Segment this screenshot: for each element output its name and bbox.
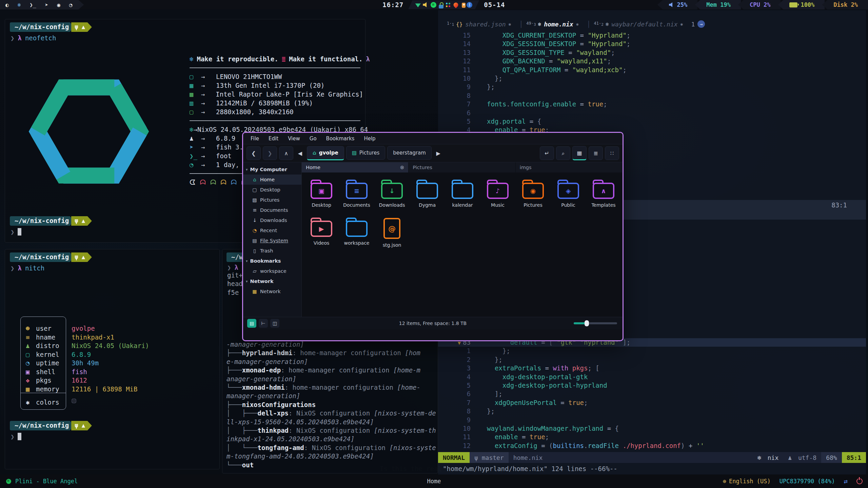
tab-close-icon[interactable]: ⊗ bbox=[400, 164, 405, 170]
buffer-home-nix[interactable]: 49·3❄home.nix✱ bbox=[526, 21, 583, 28]
git-branch-badge: ψ ▲ bbox=[71, 216, 92, 226]
terminal-nitch[interactable]: ~/w/nix-configψ ▲ ❯λnitch ☻usergvolpe≡hn… bbox=[5, 249, 220, 469]
menu-go[interactable]: Go bbox=[305, 134, 321, 143]
prompt-chevron: ❯ bbox=[11, 433, 14, 440]
now-playing-widget[interactable]: Plini - Blue Angel bbox=[6, 478, 78, 485]
sidebar-item-trash[interactable]: ▯Trash bbox=[243, 246, 301, 256]
flame-tray-icon[interactable] bbox=[453, 1, 459, 8]
volume-tray-icon[interactable] bbox=[423, 2, 429, 8]
token: ; bbox=[611, 49, 615, 56]
scroll-crumbs-right-button[interactable]: ▶ bbox=[434, 147, 443, 160]
places-pane-button[interactable]: ▤ bbox=[247, 319, 256, 328]
file-item-pictures[interactable]: ◉Pictures bbox=[515, 178, 551, 216]
spotify-tray-icon[interactable] bbox=[431, 2, 436, 8]
breadcrumb-beerstagram[interactable]: beerstagram bbox=[387, 146, 432, 160]
slider-knob[interactable] bbox=[585, 320, 589, 326]
back-button[interactable]: ❮ bbox=[246, 146, 261, 160]
file-item-kalendar[interactable]: kalendar bbox=[445, 178, 480, 216]
firefox-workspace-icon[interactable]: ◐ bbox=[5, 2, 9, 8]
file-item-downloads[interactable]: ↓Downloads bbox=[374, 178, 410, 216]
lock-tray-icon[interactable] bbox=[439, 5, 443, 8]
sidebar-item-documents[interactable]: ≡Documents bbox=[243, 205, 301, 215]
sidebar-item-pictures[interactable]: ▨Pictures bbox=[243, 195, 301, 205]
scroll-crumbs-left-button[interactable]: ◀ bbox=[295, 147, 305, 160]
code-line: 9 bbox=[438, 416, 866, 424]
tree-pane-button[interactable]: ⊢ bbox=[259, 319, 268, 328]
breadcrumb: ⌂gvolpe▨Picturesbeerstagram bbox=[307, 146, 432, 160]
file-label: Templates bbox=[591, 202, 615, 208]
goto-path-button[interactable]: ↵ bbox=[540, 146, 554, 160]
slack-tray-icon[interactable] bbox=[445, 2, 451, 8]
file-item-templates[interactable]: ∧Templates bbox=[586, 178, 621, 216]
token bbox=[619, 442, 623, 449]
up-button[interactable]: ∧ bbox=[279, 146, 293, 160]
sidebar-item-workspace[interactable]: ▱workspace bbox=[243, 266, 301, 276]
swap-layout-icon[interactable]: ⇄ bbox=[844, 477, 848, 485]
nix-workspace-icon[interactable]: ❄ bbox=[18, 2, 21, 8]
menu-file[interactable]: File bbox=[246, 134, 263, 143]
fetch-row-text: 6.8.9 bbox=[216, 134, 235, 143]
file-item-public[interactable]: ◈Public bbox=[551, 178, 586, 216]
shell-prompt: ~/w/nix-configψ ▲ bbox=[10, 216, 92, 226]
active-workspace-label[interactable]: Home bbox=[427, 478, 441, 485]
usb-tray-icon[interactable] bbox=[462, 3, 466, 8]
icon-view-button[interactable]: ▦ bbox=[572, 146, 587, 160]
sidebar-item-desktop[interactable]: ▢Desktop bbox=[243, 185, 301, 195]
file-item-stg.json[interactable]: @stg.json bbox=[374, 216, 410, 254]
workspace-pill: ◐❄❯_➤◉◔ bbox=[0, 0, 84, 9]
menu-help[interactable]: Help bbox=[360, 134, 379, 143]
token: "wayland" bbox=[576, 49, 611, 56]
module-label: 100% bbox=[801, 1, 814, 8]
file-item-music[interactable]: ♪Music bbox=[480, 178, 515, 216]
detailed-list-view-button[interactable]: ≣ bbox=[589, 146, 603, 160]
compact-view-button[interactable]: ∷ bbox=[605, 146, 619, 160]
icon-size-slider[interactable] bbox=[574, 322, 617, 324]
buffer-waybar-default-nix[interactable]: 41·2❄waybar/default.nix✱ bbox=[594, 21, 688, 28]
token: xdgOpenUsePortal bbox=[495, 399, 557, 406]
token bbox=[487, 66, 502, 74]
bluetooth-tray-icon[interactable] bbox=[467, 2, 472, 8]
tree-token: [home- bbox=[397, 384, 420, 391]
keyboard-layout-widget[interactable]: ⊕English (US) bbox=[723, 478, 771, 485]
split-view-button[interactable]: ◫ bbox=[270, 319, 279, 328]
nitch-label: shell bbox=[36, 368, 55, 375]
sidebar-section-bookmarks[interactable]: ▾Bookmarks bbox=[243, 256, 301, 266]
tab-home[interactable]: Home⊗ bbox=[302, 162, 409, 172]
terminal-workspace-icon[interactable]: ❯_ bbox=[29, 2, 36, 8]
file-item-workspace[interactable]: workspace bbox=[339, 216, 374, 254]
tab-pictures[interactable]: Pictures bbox=[409, 162, 515, 172]
buffer-shared-json[interactable]: 1·1{}shared.json✱ bbox=[447, 21, 516, 28]
menu-view[interactable]: View bbox=[284, 134, 304, 143]
tree-token: dell-xps bbox=[258, 409, 289, 417]
sidebar-item-home[interactable]: ⌂Home bbox=[243, 175, 301, 185]
tab-imgs[interactable]: imgs bbox=[516, 162, 623, 172]
buffer-nav-icon[interactable]: → bbox=[697, 20, 705, 28]
file-item-desktop[interactable]: ▣Desktop bbox=[304, 178, 339, 216]
file-item-documents[interactable]: ≡Documents bbox=[339, 178, 374, 216]
file-item-videos[interactable]: ▶Videos bbox=[304, 216, 339, 254]
sidebar-section-my-computer[interactable]: ▾My Computer bbox=[243, 164, 301, 175]
sidebar-section-network[interactable]: ▾Network bbox=[243, 276, 301, 286]
telegram-workspace-icon[interactable]: ➤ bbox=[45, 2, 48, 8]
wifi-network-widget[interactable]: UPC8379790 (84%) bbox=[780, 478, 835, 485]
search-button[interactable]: ⌕ bbox=[556, 146, 570, 160]
fingerprint-workspace-icon[interactable]: ◉ bbox=[57, 2, 60, 8]
token bbox=[487, 373, 502, 381]
sidebar-item-downloads[interactable]: ↓Downloads bbox=[243, 215, 301, 225]
breadcrumb-Pictures[interactable]: ▨Pictures bbox=[346, 146, 386, 160]
power-button[interactable] bbox=[856, 478, 863, 484]
file-item-dygma[interactable]: Dygma bbox=[410, 178, 445, 216]
sidebar-item-recent[interactable]: ◔Recent bbox=[243, 225, 301, 236]
line-number: 12 bbox=[438, 57, 471, 65]
code-line: 6 ]; bbox=[438, 390, 866, 398]
breadcrumb-gvolpe[interactable]: ⌂gvolpe bbox=[307, 146, 344, 160]
menu-bookmarks[interactable]: Bookmarks bbox=[322, 134, 359, 143]
sidebar-item-file-system[interactable]: ▤File System bbox=[243, 236, 301, 246]
file-manager-window[interactable]: FileEditViewGoBookmarksHelp ❮ ❯ ∧ ◀ ⌂gvo… bbox=[242, 132, 624, 341]
speaker-icon bbox=[669, 2, 674, 7]
menu-edit[interactable]: Edit bbox=[264, 134, 282, 143]
gauge-workspace-icon[interactable]: ◔ bbox=[69, 2, 73, 8]
wifi-tray-icon[interactable] bbox=[415, 2, 421, 8]
sidebar-item-network[interactable]: ▦Network bbox=[243, 286, 301, 297]
forward-button[interactable]: ❯ bbox=[263, 146, 277, 160]
